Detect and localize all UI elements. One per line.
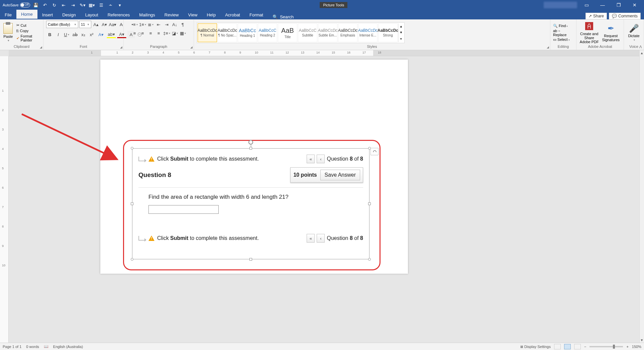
find-button[interactable]: 🔍 Find▾ — [553, 24, 573, 28]
style-strong[interactable]: AaBbCcDcStrong — [378, 23, 398, 42]
page-indicator[interactable]: Page 1 of 1 — [3, 345, 21, 349]
dictate-button[interactable]: 🎤Dictate▾ — [627, 24, 641, 41]
line-spacing-button[interactable]: ‡≡▾ — [163, 29, 171, 37]
ruler-horizontal[interactable]: 1123456789101112131415161718 — [9, 50, 644, 56]
tab-insert[interactable]: Insert — [37, 10, 58, 19]
align-center-button[interactable]: ≡ — [139, 29, 146, 37]
tab-file[interactable]: File — [0, 10, 16, 19]
grow-font-icon[interactable]: A▴ — [92, 21, 100, 28]
styles-expand-icon[interactable]: ▾ — [399, 37, 404, 40]
bold-button[interactable]: B — [46, 31, 53, 38]
resize-handle[interactable] — [131, 202, 133, 205]
align-right-button[interactable]: ≡ — [147, 29, 154, 37]
font-family-select[interactable]: Calibri (Body)▼ — [46, 21, 78, 28]
print-layout-icon[interactable] — [564, 344, 571, 349]
styles-gallery[interactable]: AaBbCcDc¶ Normal AaBbCcDc¶ No Spac... Aa… — [197, 22, 405, 43]
first-question-button[interactable]: « — [307, 155, 315, 163]
justify-button[interactable]: ≡ — [155, 29, 163, 37]
answer-input[interactable] — [148, 205, 219, 214]
save-answer-button[interactable]: Save Answer — [320, 170, 360, 180]
tab-references[interactable]: References — [103, 10, 134, 19]
tab-acrobat[interactable]: Acrobat — [220, 10, 245, 19]
restore-button[interactable]: ❐ — [612, 0, 625, 10]
sort-button[interactable]: A↓ — [171, 21, 179, 28]
request-signatures-button[interactable]: ✒Request Signatures — [601, 24, 621, 42]
dialog-launcher-icon[interactable]: ◢ — [547, 46, 549, 49]
tab-help[interactable]: Help — [202, 10, 220, 19]
qat-indent-increase-icon[interactable]: ⇥ — [70, 1, 77, 9]
prev-question-button[interactable]: ‹ — [317, 155, 325, 163]
qat-link-icon[interactable]: ⩪ — [107, 1, 114, 9]
minimize-button[interactable]: — — [596, 0, 609, 10]
dialog-launcher-icon[interactable]: ◢ — [120, 46, 122, 49]
style-subtitle[interactable]: AaBbCcCSubtitle — [298, 23, 317, 42]
qat-customize-icon[interactable]: ▾ — [116, 1, 124, 9]
collapse-ribbon-icon[interactable]: ᐱ — [639, 45, 642, 49]
spellcheck-icon[interactable]: 📖 — [44, 344, 48, 349]
style-subtle-emphasis[interactable]: AaBbCcDcSubtle Em... — [318, 23, 337, 42]
resize-handle[interactable] — [131, 258, 133, 261]
share-button[interactable]: ↗Share — [585, 13, 607, 19]
qat-table-icon[interactable]: ▦▾ — [88, 1, 96, 9]
underline-button[interactable]: U▾ — [63, 31, 70, 38]
styles-scroll-down-icon[interactable]: ▼ — [399, 31, 404, 34]
strikethrough-button[interactable]: ab̶ — [71, 31, 79, 38]
text-effects-button[interactable]: A▾ — [96, 31, 106, 38]
user-account[interactable] — [544, 2, 577, 8]
dialog-launcher-icon[interactable]: ◢ — [40, 46, 42, 49]
tab-view[interactable]: View — [183, 10, 202, 19]
language-indicator[interactable]: English (Australia) — [53, 345, 83, 349]
create-pdf-button[interactable]: 🅰Create and Share Adobe PDF — [579, 22, 600, 44]
tab-design[interactable]: Design — [58, 10, 80, 19]
tab-layout[interactable]: Layout — [81, 10, 103, 19]
cut-button[interactable]: ✂Cut — [15, 23, 40, 28]
web-layout-icon[interactable] — [574, 344, 581, 349]
scroll-down-icon[interactable]: ▼ — [640, 337, 644, 343]
search-box[interactable]: 🔍 Search — [268, 14, 298, 19]
ribbon-display-options-icon[interactable]: ▭ — [580, 0, 593, 10]
borders-button[interactable]: ▦▾ — [179, 29, 187, 37]
resize-handle[interactable] — [249, 147, 252, 150]
tab-review[interactable]: Review — [160, 10, 184, 19]
format-painter-button[interactable]: ✔Format Painter — [15, 34, 40, 42]
rotate-handle-icon[interactable] — [248, 140, 253, 145]
highlight-button[interactable]: ab▾ — [107, 31, 116, 38]
tab-home[interactable]: Home — [16, 10, 37, 19]
save-icon[interactable]: 💾 — [32, 1, 39, 9]
subscript-button[interactable]: x₂ — [80, 31, 87, 38]
scroll-up-icon[interactable]: ▲ — [640, 50, 644, 56]
autosave-toggle[interactable]: AutoSave Off — [3, 3, 30, 7]
qat-draw-icon[interactable]: ✎▾ — [79, 1, 86, 9]
show-marks-button[interactable]: ¶ — [179, 21, 187, 28]
redo-icon[interactable]: ↻ — [51, 1, 58, 9]
close-button[interactable]: ✕ — [628, 0, 641, 10]
tab-mailings[interactable]: Mailings — [134, 10, 160, 19]
paste-button[interactable]: Paste ▼ — [3, 23, 14, 42]
resize-handle[interactable] — [368, 258, 371, 261]
prev-question-button[interactable]: ‹ — [317, 234, 325, 243]
align-left-button[interactable]: ≡ — [131, 29, 138, 37]
shrink-font-icon[interactable]: A▾ — [101, 21, 108, 28]
style-heading2[interactable]: AaBbCcCHeading 2 — [258, 23, 277, 42]
qat-indent-decrease-icon[interactable]: ⇤ — [60, 1, 68, 9]
layout-options-icon[interactable]: ◠ — [370, 148, 379, 155]
select-button[interactable]: ▭ Select▾ — [553, 37, 573, 42]
font-size-select[interactable]: 11▼ — [79, 21, 91, 28]
resize-handle[interactable] — [368, 202, 371, 205]
shading-button[interactable]: ◪▾ — [171, 29, 179, 37]
numbering-button[interactable]: 1≡▾ — [139, 21, 146, 28]
zoom-level[interactable]: 150% — [632, 345, 641, 349]
style-emphasis[interactable]: AaBbCcDcEmphasis — [338, 23, 357, 42]
first-question-button[interactable]: « — [307, 234, 315, 243]
zoom-slider[interactable] — [589, 346, 623, 347]
multilevel-list-button[interactable]: ≣▾ — [147, 21, 154, 28]
increase-indent-button[interactable]: ⇥ — [163, 21, 171, 28]
styles-scroll-up-icon[interactable]: ▲ — [399, 25, 404, 28]
qat-list-icon[interactable]: ☰ — [98, 1, 105, 9]
change-case-icon[interactable]: Aa▾ — [109, 21, 116, 28]
word-count[interactable]: 0 words — [26, 345, 39, 349]
superscript-button[interactable]: x² — [88, 31, 95, 38]
resize-handle[interactable] — [131, 147, 133, 150]
copy-button[interactable]: ⎘Copy — [15, 28, 40, 33]
ruler-vertical[interactable]: 12345678910 — [0, 56, 9, 343]
